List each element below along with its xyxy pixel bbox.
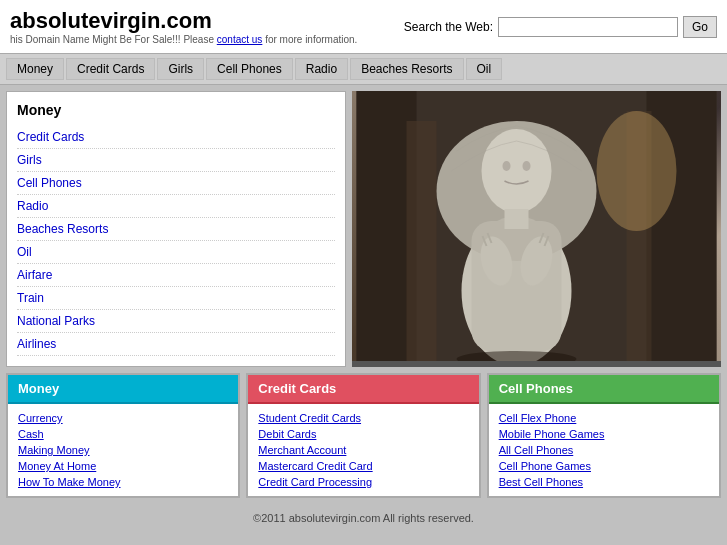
section-link[interactable]: Cell Flex Phone	[499, 410, 709, 426]
list-item: Cell Phones	[17, 172, 335, 195]
bottom-section-money: MoneyCurrencyCashMaking MoneyMoney At Ho…	[6, 373, 240, 498]
left-link[interactable]: Airlines	[17, 337, 56, 351]
footer: ©2011 absolutevirgin.com All rights rese…	[0, 504, 727, 532]
list-item: National Parks	[17, 310, 335, 333]
left-link[interactable]: Beaches Resorts	[17, 222, 108, 236]
section-link[interactable]: Best Cell Phones	[499, 474, 709, 490]
section-header-phones: Cell Phones	[489, 375, 719, 404]
svg-point-11	[523, 161, 531, 171]
section-links-credit: Student Credit CardsDebit CardsMerchant …	[248, 404, 478, 496]
left-link[interactable]: National Parks	[17, 314, 95, 328]
nav-item-beaches-resorts[interactable]: Beaches Resorts	[350, 58, 463, 80]
left-link[interactable]: Airfare	[17, 268, 52, 282]
left-panel: Money Credit CardsGirlsCell PhonesRadioB…	[6, 91, 346, 367]
search-label: Search the Web:	[404, 20, 493, 34]
site-title: absolutevirgin.com	[10, 8, 357, 34]
svg-point-9	[482, 129, 552, 213]
section-links-phones: Cell Flex PhoneMobile Phone GamesAll Cel…	[489, 404, 719, 496]
nav-item-money[interactable]: Money	[6, 58, 64, 80]
left-link[interactable]: Oil	[17, 245, 32, 259]
nav-item-oil[interactable]: Oil	[466, 58, 503, 80]
nav-item-credit-cards[interactable]: Credit Cards	[66, 58, 155, 80]
svg-rect-12	[505, 209, 529, 229]
hero-image	[352, 91, 721, 367]
svg-point-10	[503, 161, 511, 171]
section-link[interactable]: Making Money	[18, 442, 228, 458]
svg-rect-3	[407, 121, 437, 361]
section-link[interactable]: Cash	[18, 426, 228, 442]
section-header-credit: Credit Cards	[248, 375, 478, 404]
list-item: Girls	[17, 149, 335, 172]
left-links-list: Credit CardsGirlsCell PhonesRadioBeaches…	[17, 126, 335, 356]
section-link[interactable]: Credit Card Processing	[258, 474, 468, 490]
section-link[interactable]: How To Make Money	[18, 474, 228, 490]
list-item: Oil	[17, 241, 335, 264]
go-button[interactable]: Go	[683, 16, 717, 38]
section-link[interactable]: All Cell Phones	[499, 442, 709, 458]
left-link[interactable]: Train	[17, 291, 44, 305]
section-link[interactable]: Cell Phone Games	[499, 458, 709, 474]
left-link[interactable]: Credit Cards	[17, 130, 84, 144]
section-links-money: CurrencyCashMaking MoneyMoney At HomeHow…	[8, 404, 238, 496]
contact-link[interactable]: contact us	[217, 34, 263, 45]
list-item: Credit Cards	[17, 126, 335, 149]
left-panel-title: Money	[17, 102, 335, 118]
section-header-money: Money	[8, 375, 238, 404]
nav-item-cell-phones[interactable]: Cell Phones	[206, 58, 293, 80]
nav-item-radio[interactable]: Radio	[295, 58, 348, 80]
search-input[interactable]	[498, 17, 678, 37]
left-link[interactable]: Radio	[17, 199, 48, 213]
section-link[interactable]: Mastercard Credit Card	[258, 458, 468, 474]
section-link[interactable]: Student Credit Cards	[258, 410, 468, 426]
section-link[interactable]: Currency	[18, 410, 228, 426]
bottom-section-phones: Cell PhonesCell Flex PhoneMobile Phone G…	[487, 373, 721, 498]
bottom-sections: MoneyCurrencyCashMaking MoneyMoney At Ho…	[0, 373, 727, 504]
section-link[interactable]: Merchant Account	[258, 442, 468, 458]
nav-item-girls[interactable]: Girls	[157, 58, 204, 80]
list-item: Beaches Resorts	[17, 218, 335, 241]
section-link[interactable]: Money At Home	[18, 458, 228, 474]
list-item: Train	[17, 287, 335, 310]
list-item: Airlines	[17, 333, 335, 356]
section-link[interactable]: Mobile Phone Games	[499, 426, 709, 442]
list-item: Airfare	[17, 264, 335, 287]
list-item: Radio	[17, 195, 335, 218]
section-link[interactable]: Debit Cards	[258, 426, 468, 442]
main-nav: MoneyCredit CardsGirlsCell PhonesRadioBe…	[0, 53, 727, 85]
bottom-section-credit: Credit CardsStudent Credit CardsDebit Ca…	[246, 373, 480, 498]
svg-point-5	[597, 111, 677, 231]
left-link[interactable]: Girls	[17, 153, 42, 167]
left-link[interactable]: Cell Phones	[17, 176, 82, 190]
tagline: his Domain Name Might Be For Sale!!! Ple…	[10, 34, 357, 45]
